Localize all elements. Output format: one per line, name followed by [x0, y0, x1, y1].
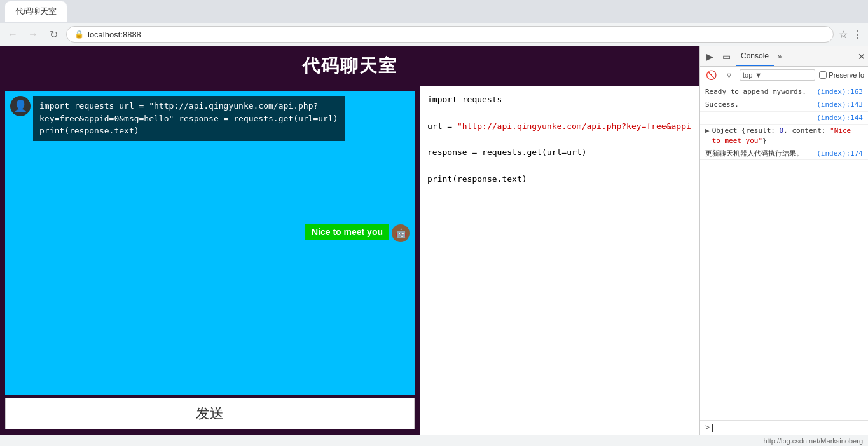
console-entry-3: (index):144: [700, 112, 868, 125]
browser-chrome: 代码聊天室 ← → ↻ 🔒 localhost:8888 ☆ ⋮: [0, 0, 868, 46]
chat-app: 代码聊天室 👤 import requests url = "http://ap…: [0, 46, 699, 435]
filter-icon[interactable]: ▿: [722, 68, 736, 82]
toolbar-icons: ☆ ⋮: [839, 29, 863, 41]
console-location-1[interactable]: (index):163: [816, 87, 863, 97]
more-icon[interactable]: ⋮: [853, 29, 863, 41]
bot-avatar-icon: 🤖: [396, 228, 406, 238]
inspect-element-button[interactable]: ▶: [703, 50, 717, 64]
browser-tabs: 代码聊天室: [0, 0, 868, 23]
code-line-2: [427, 107, 692, 120]
code-string: "http://api.qingyunke.com/api.php?key=fr…: [457, 121, 691, 131]
code-line-4: [427, 133, 692, 146]
preserve-log-checkbox[interactable]: [819, 71, 827, 79]
lock-icon: 🔒: [74, 30, 84, 39]
receiver-avatar: 🤖: [392, 224, 410, 242]
console-filter[interactable]: top ▼: [740, 69, 815, 81]
object-triangle[interactable]: ▶: [705, 126, 710, 135]
active-tab[interactable]: 代码聊天室: [5, 1, 67, 22]
sender-avatar: 👤: [10, 96, 31, 116]
console-location-2[interactable]: (index):143: [816, 100, 863, 109]
url-text: localhost:8888: [88, 30, 141, 39]
code-underline-url2: url: [567, 147, 581, 157]
console-entry-1: Ready to append mywords. (index):163: [700, 86, 868, 98]
console-message-1: Ready to append mywords.: [705, 87, 811, 97]
code-line-6: [427, 159, 692, 173]
device-toolbar-button[interactable]: ▭: [719, 50, 733, 64]
more-tabs-button[interactable]: »: [778, 52, 782, 61]
filter-dropdown-arrow: ▼: [755, 71, 762, 79]
chat-messages: 👤 import requests url = "http://api.qing…: [5, 91, 415, 395]
console-location-5[interactable]: (index):174: [816, 149, 863, 158]
received-message: 🤖 Nice to meet you: [305, 224, 410, 242]
status-bar: http://log.csdn.net/Marksinoberg: [0, 435, 868, 446]
chat-title: 代码聊天室: [0, 46, 699, 86]
back-button[interactable]: ←: [5, 27, 20, 42]
status-url: http://log.csdn.net/Marksinoberg: [763, 437, 863, 445]
send-button[interactable]: 发送: [196, 404, 224, 423]
console-object-message: Object {result: 0, content: "Nice to mee…: [712, 126, 863, 145]
devtools-toolbar: ▶ ▭ Console » ✕: [700, 46, 868, 67]
sent-message: 👤 import requests url = "http://api.qing…: [10, 96, 410, 141]
chat-input-area[interactable]: 发送: [5, 398, 415, 429]
code-line-1: import requests: [427, 93, 692, 107]
console-location-3[interactable]: (index):144: [816, 113, 863, 123]
sent-code-bubble: import requests url = "http://api.qingyu…: [33, 96, 345, 141]
address-bar[interactable]: 🔒 localhost:8888: [66, 26, 834, 43]
console-message-3: [705, 113, 811, 123]
tab-title: 代码聊天室: [15, 6, 57, 17]
main-area: 代码聊天室 👤 import requests url = "http://ap…: [0, 46, 868, 435]
close-devtools-button[interactable]: ✕: [858, 51, 865, 62]
bookmark-icon[interactable]: ☆: [839, 29, 848, 41]
browser-toolbar: ← → ↻ 🔒 localhost:8888 ☆ ⋮: [0, 23, 868, 46]
console-toolbar: 🚫 ▿ top ▼ Preserve lo: [700, 67, 868, 83]
forward-button[interactable]: →: [25, 27, 41, 42]
chat-body: 👤 import requests url = "http://api.qing…: [0, 86, 699, 435]
console-tab[interactable]: Console: [736, 46, 774, 66]
code-underline-url: url: [547, 147, 561, 157]
console-entry-5: 更新聊天机器人代码执行结果。 (index):174: [700, 147, 868, 160]
console-prompt: >: [705, 423, 710, 432]
result-number: 0: [780, 126, 784, 135]
chat-left-panel: 👤 import requests url = "http://api.qing…: [0, 86, 420, 435]
clear-console-button[interactable]: 🚫: [704, 68, 718, 82]
avatar-icon: 👤: [13, 99, 27, 113]
code-line-5: response = requests.get(url=url): [427, 146, 692, 159]
devtools-panel: ▶ ▭ Console » ✕ 🚫 ▿ top ▼ Preserve lo Re…: [699, 46, 868, 435]
code-line-3: url = "http://api.qingyunke.com/api.php?…: [427, 120, 692, 133]
preserve-log-label: Preserve lo: [819, 71, 864, 79]
filter-text: top: [743, 71, 752, 79]
received-bubble: Nice to meet you: [305, 224, 389, 240]
preserve-log-text: Preserve lo: [829, 71, 864, 79]
console-entry-object: ▶ Object {result: 0, content: "Nice to m…: [700, 125, 868, 147]
console-input-line[interactable]: >: [700, 420, 868, 435]
reload-button[interactable]: ↻: [46, 27, 61, 42]
console-message-5: 更新聊天机器人代码执行结果。: [705, 149, 811, 158]
code-line-7: print(response.text): [427, 173, 692, 186]
console-entry-2: Success. (index):143: [700, 98, 868, 111]
console-cursor: [712, 424, 713, 432]
code-panel: import requests url = "http://api.qingyu…: [420, 86, 699, 435]
console-content: Ready to append mywords. (index):163 Suc…: [700, 83, 868, 420]
console-message-2: Success.: [705, 100, 811, 109]
